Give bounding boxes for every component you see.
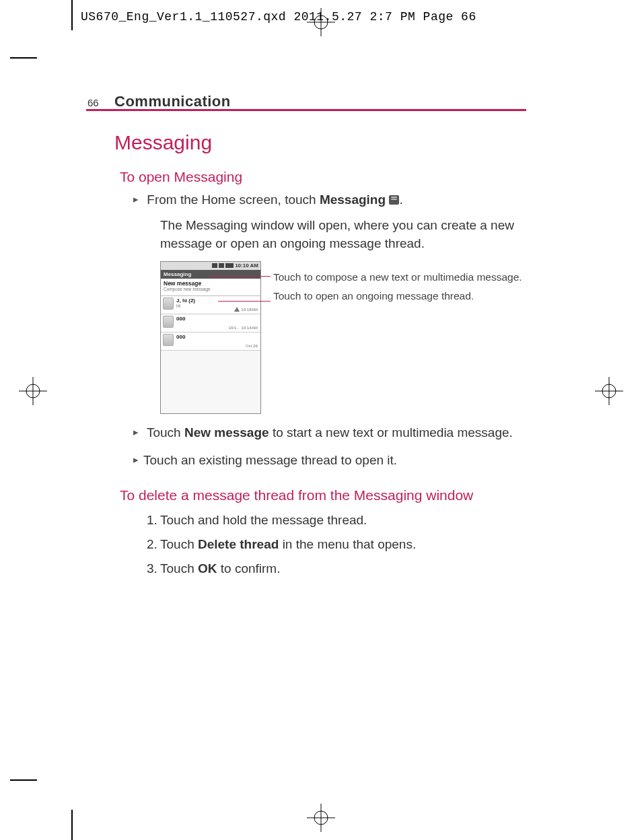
step-text: Touch [160,561,198,575]
instruction-bullet: Touch New message to start a new text or… [147,423,532,442]
text: . [399,193,402,207]
step-text: Touch and hold the message thread. [160,513,367,527]
step-text: in the menu that opens. [279,537,416,551]
keyword: Delete thread [198,537,279,551]
avatar-icon [163,334,174,346]
status-icon [212,263,217,268]
instruction-bullet: Touch an existing message thread to open… [147,451,532,470]
page-number: 66 [87,97,99,108]
print-slug: US670_Eng_Ver1.1_110527.qxd 2011.5.27 2:… [81,10,476,24]
chapter-title: Communication [114,93,231,110]
crop-mark [71,0,73,30]
crop-mark [71,810,73,840]
callout-text: Touch to open an ongoing message thread. [273,289,532,303]
thread-meta: Oct 26 [246,343,258,348]
thread-name: 000 [176,334,258,340]
keyword: Messaging [320,193,386,207]
registration-mark-icon [307,804,335,832]
signal-icon [219,263,224,268]
leader-line [218,301,271,302]
crop-mark [10,779,37,781]
thread-meta: 10/1... 10:14AM [228,325,258,330]
step-text: Touch [160,537,198,551]
app-title-bar: Messaging [161,270,260,279]
new-message-label: New message [164,280,258,287]
phone-screenshot: 10:10 AM Messaging New message Compose n… [160,261,261,414]
keyword: OK [198,561,217,575]
warning-icon [234,307,240,312]
instruction-bullet: From the Home screen, touch Messaging . [147,190,532,209]
step-text: to confirm. [217,561,280,575]
header-rule [86,109,526,111]
status-bar: 10:10 AM [161,262,260,270]
figure: 10:10 AM Messaging New message Compose n… [160,261,532,414]
message-thread-row: J, hi (2) Hi 10:18AM [161,296,260,314]
thread-meta: 10:18AM [234,307,258,312]
avatar-icon [163,316,174,328]
step-number: 3. [147,557,160,580]
step-item: 2.Touch Delete thread in the menu that o… [147,533,532,556]
registration-mark-icon [595,377,623,405]
registration-mark-icon [307,8,335,36]
section-heading: To delete a message thread from the Mess… [120,487,532,503]
step-item: 1.Touch and hold the message thread. [147,509,532,532]
messaging-app-icon [389,195,399,205]
compose-row: New message Compose new message [161,279,260,296]
text: to start a new text or multimedia messag… [269,425,513,440]
battery-icon [225,263,234,268]
message-thread-row: 000 10/1... 10:14AM [161,314,260,332]
avatar-icon [163,298,174,310]
text: From the Home screen, touch [147,193,320,207]
thread-time: 10:18AM [241,307,258,312]
thread-name: 000 [176,316,258,322]
message-thread-row: 000 Oct 26 [161,332,260,351]
numbered-steps: 1.Touch and hold the message thread. 2.T… [147,509,532,581]
callout-text: Touch to compose a new text or multimedi… [273,271,532,284]
crop-mark [10,57,37,59]
step-number: 2. [147,533,160,556]
keyword: New message [184,425,269,440]
section-heading: To open Messaging [120,169,532,185]
compose-hint: Compose new message [164,287,258,291]
figure-callouts: Touch to compose a new text or multimedi… [273,261,532,414]
registration-mark-icon [19,377,47,405]
step-number: 1. [147,509,160,532]
leader-line [210,276,271,277]
step-item: 3.Touch OK to confirm. [147,557,532,580]
text: Touch [147,425,184,440]
body-paragraph: The Messaging window will open, where yo… [160,216,532,253]
page-title: Messaging [114,131,532,154]
status-time: 10:10 AM [235,262,258,269]
